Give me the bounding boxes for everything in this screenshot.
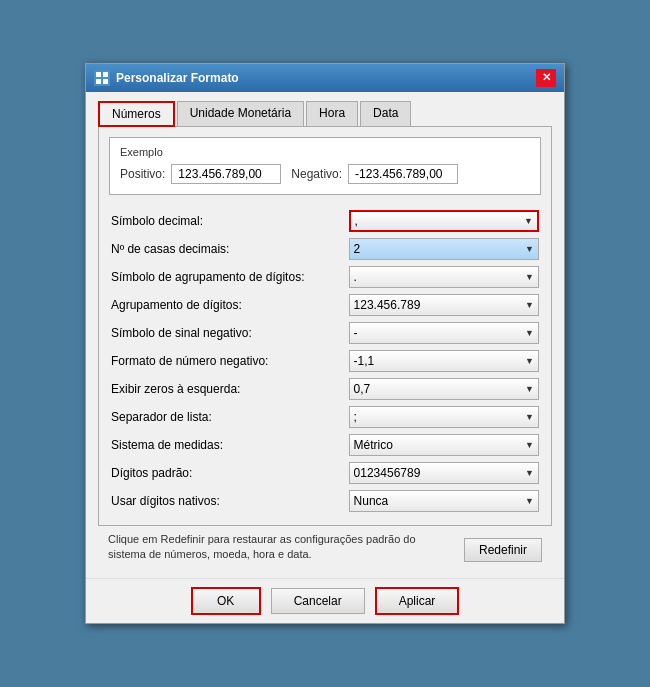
svg-rect-4 (103, 79, 108, 84)
dropdown-0[interactable]: ,▼ (349, 210, 539, 232)
dropdown-arrow-7: ▼ (525, 412, 534, 422)
tab-panel: Exemplo Positivo: 123.456.789,00 Negativ… (98, 126, 552, 526)
dialog-window: Personalizar Formato ✕ Números Unidade M… (85, 63, 565, 625)
field-label-1: Nº de casas decimais: (109, 235, 347, 263)
dropdown-9[interactable]: 0123456789▼ (349, 462, 539, 484)
dialog-footer: OK Cancelar Aplicar (86, 578, 564, 623)
form-row-0: Símbolo decimal:,▼ (109, 207, 541, 235)
example-positive: Positivo: 123.456.789,00 (120, 164, 281, 184)
dropdown-arrow-3: ▼ (525, 300, 534, 310)
dropdown-value-4: - (354, 326, 358, 340)
field-label-7: Separador de lista: (109, 403, 347, 431)
field-label-9: Dígitos padrão: (109, 459, 347, 487)
example-label: Exemplo (120, 146, 530, 158)
negative-label: Negativo: (291, 167, 342, 181)
dropdown-value-2: . (354, 270, 357, 284)
redefine-button[interactable]: Redefinir (464, 538, 542, 562)
tab-bar: Números Unidade Monetária Hora Data (98, 100, 552, 126)
tab-data[interactable]: Data (360, 101, 411, 127)
tab-numeros[interactable]: Números (98, 101, 175, 127)
field-value-0: ,▼ (347, 207, 541, 235)
positive-value: 123.456.789,00 (171, 164, 281, 184)
field-label-8: Sistema de medidas: (109, 431, 347, 459)
dropdown-arrow-0: ▼ (524, 216, 533, 226)
field-value-5: -1,1▼ (347, 347, 541, 375)
field-value-3: 123.456.789▼ (347, 291, 541, 319)
form-row-6: Exibir zeros à esquerda:0,7▼ (109, 375, 541, 403)
field-value-9: 0123456789▼ (347, 459, 541, 487)
dropdown-value-6: 0,7 (354, 382, 371, 396)
dialog-title: Personalizar Formato (116, 71, 239, 85)
form-row-10: Usar dígitos nativos:Nunca▼ (109, 487, 541, 515)
field-value-4: -▼ (347, 319, 541, 347)
field-value-7: ;▼ (347, 403, 541, 431)
field-label-2: Símbolo de agrupamento de dígitos: (109, 263, 347, 291)
tab-hora[interactable]: Hora (306, 101, 358, 127)
form-row-5: Formato de número negativo:-1,1▼ (109, 347, 541, 375)
field-value-2: .▼ (347, 263, 541, 291)
dropdown-7[interactable]: ;▼ (349, 406, 539, 428)
form-row-8: Sistema de medidas:Métrico▼ (109, 431, 541, 459)
dropdown-3[interactable]: 123.456.789▼ (349, 294, 539, 316)
form-row-4: Símbolo de sinal negativo:-▼ (109, 319, 541, 347)
dropdown-value-7: ; (354, 410, 357, 424)
dropdown-arrow-2: ▼ (525, 272, 534, 282)
dropdown-arrow-4: ▼ (525, 328, 534, 338)
example-row: Positivo: 123.456.789,00 Negativo: -123.… (120, 164, 530, 184)
dropdown-1[interactable]: 2▼ (349, 238, 539, 260)
field-label-5: Formato de número negativo: (109, 347, 347, 375)
dropdown-value-9: 0123456789 (354, 466, 421, 480)
dropdown-8[interactable]: Métrico▼ (349, 434, 539, 456)
close-button[interactable]: ✕ (536, 69, 556, 87)
dropdown-arrow-1: ▼ (525, 244, 534, 254)
negative-value: -123.456.789,00 (348, 164, 458, 184)
field-label-4: Símbolo de sinal negativo: (109, 319, 347, 347)
dropdown-10[interactable]: Nunca▼ (349, 490, 539, 512)
form-row-1: Nº de casas decimais:2▼ (109, 235, 541, 263)
bottom-section: Clique em Redefinir para restaurar as co… (98, 526, 552, 569)
field-value-1: 2▼ (347, 235, 541, 263)
dropdown-arrow-8: ▼ (525, 440, 534, 450)
field-value-6: 0,7▼ (347, 375, 541, 403)
cancel-button[interactable]: Cancelar (271, 588, 365, 614)
dropdown-4[interactable]: -▼ (349, 322, 539, 344)
field-label-0: Símbolo decimal: (109, 207, 347, 235)
ok-button[interactable]: OK (191, 587, 261, 615)
positive-label: Positivo: (120, 167, 165, 181)
field-value-8: Métrico▼ (347, 431, 541, 459)
form-row-3: Agrupamento de dígitos:123.456.789▼ (109, 291, 541, 319)
form-row-2: Símbolo de agrupamento de dígitos:.▼ (109, 263, 541, 291)
field-label-6: Exibir zeros à esquerda: (109, 375, 347, 403)
svg-rect-1 (96, 72, 101, 77)
dropdown-arrow-10: ▼ (525, 496, 534, 506)
dropdown-arrow-5: ▼ (525, 356, 534, 366)
example-negative: Negativo: -123.456.789,00 (291, 164, 458, 184)
form-row-7: Separador de lista:;▼ (109, 403, 541, 431)
field-label-3: Agrupamento de dígitos: (109, 291, 347, 319)
dialog-icon (94, 70, 110, 86)
dropdown-2[interactable]: .▼ (349, 266, 539, 288)
dropdown-value-5: -1,1 (354, 354, 375, 368)
dropdown-value-1: 2 (354, 242, 361, 256)
dropdown-5[interactable]: -1,1▼ (349, 350, 539, 372)
dropdown-arrow-9: ▼ (525, 468, 534, 478)
example-group: Exemplo Positivo: 123.456.789,00 Negativ… (109, 137, 541, 195)
title-bar: Personalizar Formato ✕ (86, 64, 564, 92)
dropdown-arrow-6: ▼ (525, 384, 534, 394)
form-row-9: Dígitos padrão:0123456789▼ (109, 459, 541, 487)
dropdown-value-3: 123.456.789 (354, 298, 421, 312)
form-table: Símbolo decimal:,▼Nº de casas decimais:2… (109, 207, 541, 515)
dialog-content: Números Unidade Monetária Hora Data Exem… (86, 92, 564, 579)
dropdown-value-8: Métrico (354, 438, 393, 452)
dropdown-6[interactable]: 0,7▼ (349, 378, 539, 400)
tab-moeda[interactable]: Unidade Monetária (177, 101, 304, 127)
svg-rect-2 (103, 72, 108, 77)
field-label-10: Usar dígitos nativos: (109, 487, 347, 515)
title-bar-left: Personalizar Formato (94, 70, 239, 86)
dropdown-value-10: Nunca (354, 494, 389, 508)
dropdown-value-0: , (355, 214, 358, 228)
bottom-note: Clique em Redefinir para restaurar as co… (108, 532, 456, 563)
svg-rect-3 (96, 79, 101, 84)
apply-button[interactable]: Aplicar (375, 587, 460, 615)
field-value-10: Nunca▼ (347, 487, 541, 515)
